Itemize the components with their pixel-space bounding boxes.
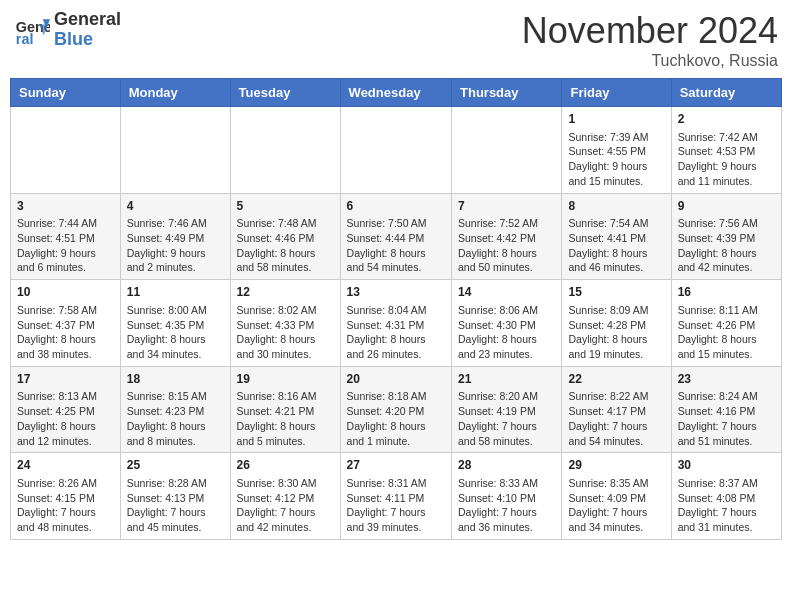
logo-text: General Blue — [54, 10, 121, 50]
calendar-cell: 28Sunrise: 8:33 AM Sunset: 4:10 PM Dayli… — [452, 453, 562, 540]
day-number: 25 — [127, 457, 224, 474]
day-info: Sunrise: 8:24 AM Sunset: 4:16 PM Dayligh… — [678, 389, 775, 448]
day-number: 6 — [347, 198, 445, 215]
calendar-cell: 23Sunrise: 8:24 AM Sunset: 4:16 PM Dayli… — [671, 366, 781, 453]
calendar-week-4: 17Sunrise: 8:13 AM Sunset: 4:25 PM Dayli… — [11, 366, 782, 453]
calendar-cell: 22Sunrise: 8:22 AM Sunset: 4:17 PM Dayli… — [562, 366, 671, 453]
calendar-cell: 8Sunrise: 7:54 AM Sunset: 4:41 PM Daylig… — [562, 193, 671, 280]
calendar-table: SundayMondayTuesdayWednesdayThursdayFrid… — [10, 78, 782, 540]
day-info: Sunrise: 7:50 AM Sunset: 4:44 PM Dayligh… — [347, 216, 445, 275]
weekday-header-thursday: Thursday — [452, 79, 562, 107]
day-number: 21 — [458, 371, 555, 388]
calendar-cell: 20Sunrise: 8:18 AM Sunset: 4:20 PM Dayli… — [340, 366, 451, 453]
day-number: 29 — [568, 457, 664, 474]
day-number: 14 — [458, 284, 555, 301]
day-number: 26 — [237, 457, 334, 474]
logo: Gene ral General Blue — [14, 10, 121, 50]
day-number: 5 — [237, 198, 334, 215]
day-number: 1 — [568, 111, 664, 128]
day-info: Sunrise: 7:39 AM Sunset: 4:55 PM Dayligh… — [568, 130, 664, 189]
day-number: 16 — [678, 284, 775, 301]
day-info: Sunrise: 8:26 AM Sunset: 4:15 PM Dayligh… — [17, 476, 114, 535]
day-number: 9 — [678, 198, 775, 215]
calendar-cell: 18Sunrise: 8:15 AM Sunset: 4:23 PM Dayli… — [120, 366, 230, 453]
calendar-cell: 10Sunrise: 7:58 AM Sunset: 4:37 PM Dayli… — [11, 280, 121, 367]
calendar-cell: 12Sunrise: 8:02 AM Sunset: 4:33 PM Dayli… — [230, 280, 340, 367]
day-number: 28 — [458, 457, 555, 474]
day-info: Sunrise: 8:28 AM Sunset: 4:13 PM Dayligh… — [127, 476, 224, 535]
day-info: Sunrise: 7:56 AM Sunset: 4:39 PM Dayligh… — [678, 216, 775, 275]
day-info: Sunrise: 8:00 AM Sunset: 4:35 PM Dayligh… — [127, 303, 224, 362]
page-header: Gene ral General Blue November 2024 Tuch… — [10, 10, 782, 70]
calendar-cell: 17Sunrise: 8:13 AM Sunset: 4:25 PM Dayli… — [11, 366, 121, 453]
day-number: 23 — [678, 371, 775, 388]
day-number: 7 — [458, 198, 555, 215]
weekday-header-monday: Monday — [120, 79, 230, 107]
day-info: Sunrise: 8:18 AM Sunset: 4:20 PM Dayligh… — [347, 389, 445, 448]
day-number: 24 — [17, 457, 114, 474]
weekday-header-tuesday: Tuesday — [230, 79, 340, 107]
calendar-cell — [452, 107, 562, 194]
day-number: 19 — [237, 371, 334, 388]
calendar-cell: 29Sunrise: 8:35 AM Sunset: 4:09 PM Dayli… — [562, 453, 671, 540]
day-info: Sunrise: 8:02 AM Sunset: 4:33 PM Dayligh… — [237, 303, 334, 362]
calendar-cell: 24Sunrise: 8:26 AM Sunset: 4:15 PM Dayli… — [11, 453, 121, 540]
day-number: 18 — [127, 371, 224, 388]
calendar-cell — [230, 107, 340, 194]
calendar-week-3: 10Sunrise: 7:58 AM Sunset: 4:37 PM Dayli… — [11, 280, 782, 367]
weekday-header-sunday: Sunday — [11, 79, 121, 107]
month-title: November 2024 — [522, 10, 778, 52]
calendar-cell: 25Sunrise: 8:28 AM Sunset: 4:13 PM Dayli… — [120, 453, 230, 540]
calendar-cell: 26Sunrise: 8:30 AM Sunset: 4:12 PM Dayli… — [230, 453, 340, 540]
calendar-cell: 7Sunrise: 7:52 AM Sunset: 4:42 PM Daylig… — [452, 193, 562, 280]
weekday-header-row: SundayMondayTuesdayWednesdayThursdayFrid… — [11, 79, 782, 107]
calendar-cell: 4Sunrise: 7:46 AM Sunset: 4:49 PM Daylig… — [120, 193, 230, 280]
day-info: Sunrise: 7:46 AM Sunset: 4:49 PM Dayligh… — [127, 216, 224, 275]
day-info: Sunrise: 8:37 AM Sunset: 4:08 PM Dayligh… — [678, 476, 775, 535]
weekday-header-saturday: Saturday — [671, 79, 781, 107]
logo-general-text: General — [54, 10, 121, 30]
day-number: 15 — [568, 284, 664, 301]
day-number: 13 — [347, 284, 445, 301]
weekday-header-wednesday: Wednesday — [340, 79, 451, 107]
calendar-cell: 2Sunrise: 7:42 AM Sunset: 4:53 PM Daylig… — [671, 107, 781, 194]
day-number: 20 — [347, 371, 445, 388]
weekday-header-friday: Friday — [562, 79, 671, 107]
day-info: Sunrise: 8:04 AM Sunset: 4:31 PM Dayligh… — [347, 303, 445, 362]
day-number: 4 — [127, 198, 224, 215]
day-info: Sunrise: 8:22 AM Sunset: 4:17 PM Dayligh… — [568, 389, 664, 448]
calendar-cell — [120, 107, 230, 194]
day-info: Sunrise: 7:44 AM Sunset: 4:51 PM Dayligh… — [17, 216, 114, 275]
calendar-cell: 9Sunrise: 7:56 AM Sunset: 4:39 PM Daylig… — [671, 193, 781, 280]
day-info: Sunrise: 8:31 AM Sunset: 4:11 PM Dayligh… — [347, 476, 445, 535]
logo-blue-text: Blue — [54, 30, 121, 50]
calendar-cell — [340, 107, 451, 194]
calendar-cell: 21Sunrise: 8:20 AM Sunset: 4:19 PM Dayli… — [452, 366, 562, 453]
calendar-cell: 6Sunrise: 7:50 AM Sunset: 4:44 PM Daylig… — [340, 193, 451, 280]
location: Tuchkovo, Russia — [522, 52, 778, 70]
calendar-cell: 11Sunrise: 8:00 AM Sunset: 4:35 PM Dayli… — [120, 280, 230, 367]
calendar-cell — [11, 107, 121, 194]
calendar-cell: 19Sunrise: 8:16 AM Sunset: 4:21 PM Dayli… — [230, 366, 340, 453]
svg-text:ral: ral — [16, 31, 34, 47]
day-info: Sunrise: 8:13 AM Sunset: 4:25 PM Dayligh… — [17, 389, 114, 448]
day-number: 8 — [568, 198, 664, 215]
title-block: November 2024 Tuchkovo, Russia — [522, 10, 778, 70]
day-info: Sunrise: 8:35 AM Sunset: 4:09 PM Dayligh… — [568, 476, 664, 535]
calendar-cell: 3Sunrise: 7:44 AM Sunset: 4:51 PM Daylig… — [11, 193, 121, 280]
day-info: Sunrise: 8:30 AM Sunset: 4:12 PM Dayligh… — [237, 476, 334, 535]
day-number: 11 — [127, 284, 224, 301]
day-info: Sunrise: 7:48 AM Sunset: 4:46 PM Dayligh… — [237, 216, 334, 275]
day-number: 27 — [347, 457, 445, 474]
calendar-week-5: 24Sunrise: 8:26 AM Sunset: 4:15 PM Dayli… — [11, 453, 782, 540]
day-number: 17 — [17, 371, 114, 388]
day-number: 12 — [237, 284, 334, 301]
calendar-cell: 15Sunrise: 8:09 AM Sunset: 4:28 PM Dayli… — [562, 280, 671, 367]
calendar-cell: 13Sunrise: 8:04 AM Sunset: 4:31 PM Dayli… — [340, 280, 451, 367]
day-info: Sunrise: 8:15 AM Sunset: 4:23 PM Dayligh… — [127, 389, 224, 448]
day-info: Sunrise: 7:52 AM Sunset: 4:42 PM Dayligh… — [458, 216, 555, 275]
day-number: 22 — [568, 371, 664, 388]
day-info: Sunrise: 8:33 AM Sunset: 4:10 PM Dayligh… — [458, 476, 555, 535]
day-info: Sunrise: 8:09 AM Sunset: 4:28 PM Dayligh… — [568, 303, 664, 362]
day-number: 30 — [678, 457, 775, 474]
